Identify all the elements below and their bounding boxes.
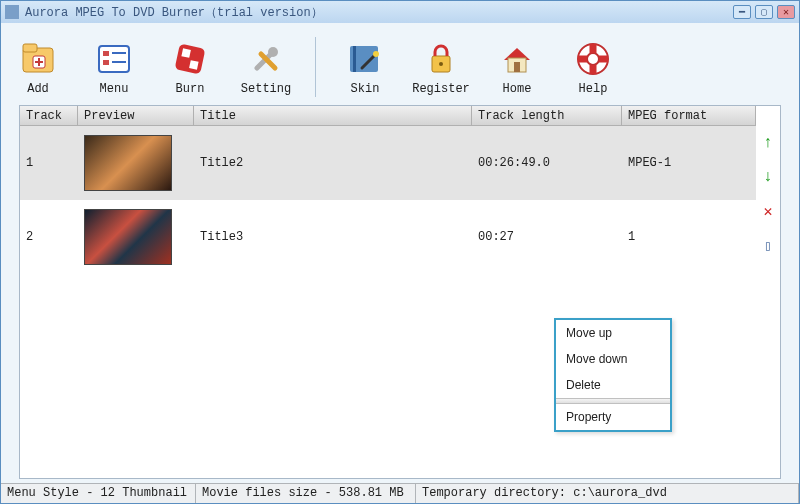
help-label: Help [579, 82, 608, 96]
context-property[interactable]: Property [556, 404, 670, 430]
register-button[interactable]: Register [412, 38, 470, 96]
svg-rect-3 [99, 46, 129, 72]
col-preview-header[interactable]: Preview [78, 106, 194, 125]
table-row[interactable]: 2 Title3 00:27 1 [20, 200, 756, 274]
add-label: Add [27, 82, 49, 96]
home-house-icon [496, 38, 538, 80]
table-row[interactable]: 1 Title2 00:26:49.0 MPEG-1 [20, 126, 756, 200]
help-button[interactable]: Help [564, 38, 622, 96]
status-temp-dir: Temporary directory: c:\aurora_dvd [416, 484, 799, 503]
cell-format: 1 [622, 200, 756, 274]
register-lock-icon [420, 38, 462, 80]
cell-preview [78, 126, 194, 200]
cell-track: 1 [20, 126, 78, 200]
svg-point-18 [587, 53, 599, 65]
skin-button[interactable]: Skin [336, 38, 394, 96]
svg-rect-16 [514, 62, 520, 72]
context-menu: Move up Move down Delete Property [554, 318, 672, 432]
svg-rect-8 [189, 60, 198, 69]
titlebar: Aurora MPEG To DVD Burner（trial version）… [1, 1, 799, 23]
context-move-up[interactable]: Move up [556, 320, 670, 346]
app-icon [5, 5, 19, 19]
setting-tools-icon [245, 38, 287, 80]
svg-point-9 [268, 47, 278, 57]
help-lifebuoy-icon [572, 38, 614, 80]
register-label: Register [412, 82, 470, 96]
status-files-size: Movie files size - 538.81 MB [196, 484, 416, 503]
cell-preview [78, 200, 194, 274]
svg-rect-6 [175, 44, 206, 75]
context-move-down[interactable]: Move down [556, 346, 670, 372]
burn-label: Burn [176, 82, 205, 96]
burn-disc-icon [169, 38, 211, 80]
svg-rect-1 [23, 44, 37, 52]
add-button[interactable]: Add [9, 38, 67, 96]
maximize-button[interactable]: ▢ [755, 5, 773, 19]
menu-button[interactable]: Menu [85, 38, 143, 96]
burn-button[interactable]: Burn [161, 38, 219, 96]
minimize-button[interactable]: ━ [733, 5, 751, 19]
cell-length: 00:26:49.0 [472, 126, 622, 200]
toolbar-separator [315, 37, 316, 97]
side-controls: ↑ ↓ ✕ ▯ [756, 106, 780, 478]
cell-title: Title3 [194, 200, 472, 274]
col-length-header[interactable]: Track length [472, 106, 622, 125]
window-buttons: ━ ▢ ✕ [733, 5, 795, 19]
clip-icon: ▯ [764, 237, 772, 254]
cell-title: Title2 [194, 126, 472, 200]
svg-rect-5 [103, 60, 109, 65]
statusbar: Menu Style - 12 Thumbnail Movie files si… [1, 483, 799, 503]
main-window: Aurora MPEG To DVD Burner（trial version）… [0, 0, 800, 504]
skin-label: Skin [351, 82, 380, 96]
home-label: Home [503, 82, 532, 96]
preview-thumbnail-icon [84, 209, 172, 265]
move-down-button[interactable]: ↓ [759, 168, 777, 186]
menu-list-icon [93, 38, 135, 80]
preview-thumbnail-icon [84, 135, 172, 191]
cell-length: 00:27 [472, 200, 622, 274]
context-delete[interactable]: Delete [556, 372, 670, 398]
status-menu-style: Menu Style - 12 Thumbnail [1, 484, 196, 503]
svg-rect-4 [103, 51, 109, 56]
move-up-button[interactable]: ↑ [759, 134, 777, 152]
col-format-header[interactable]: MPEG format [622, 106, 756, 125]
setting-label: Setting [241, 82, 291, 96]
svg-rect-11 [353, 46, 356, 72]
arrow-up-icon: ↑ [763, 134, 773, 152]
table-body: 1 Title2 00:26:49.0 MPEG-1 2 Title3 00:2… [20, 126, 756, 478]
col-title-header[interactable]: Title [194, 106, 472, 125]
add-folder-plus-icon [17, 38, 59, 80]
menu-label: Menu [100, 82, 129, 96]
delete-x-icon: ✕ [763, 202, 772, 221]
delete-button[interactable]: ✕ [759, 202, 777, 220]
home-button[interactable]: Home [488, 38, 546, 96]
skin-wand-icon [344, 38, 386, 80]
cell-format: MPEG-1 [622, 126, 756, 200]
svg-rect-7 [181, 48, 190, 57]
setting-button[interactable]: Setting [237, 38, 295, 96]
close-button[interactable]: ✕ [777, 5, 795, 19]
content-area: Track Preview Title Track length MPEG fo… [19, 105, 781, 479]
col-track-header[interactable]: Track [20, 106, 78, 125]
cell-track: 2 [20, 200, 78, 274]
svg-point-14 [439, 62, 443, 66]
svg-point-12 [373, 51, 379, 57]
clip-button[interactable]: ▯ [759, 236, 777, 254]
track-list: Track Preview Title Track length MPEG fo… [20, 106, 756, 478]
toolbar: Add Menu Burn Setting Skin [1, 23, 799, 105]
arrow-down-icon: ↓ [763, 168, 773, 186]
table-header: Track Preview Title Track length MPEG fo… [20, 106, 756, 126]
window-title: Aurora MPEG To DVD Burner（trial version） [25, 4, 733, 21]
